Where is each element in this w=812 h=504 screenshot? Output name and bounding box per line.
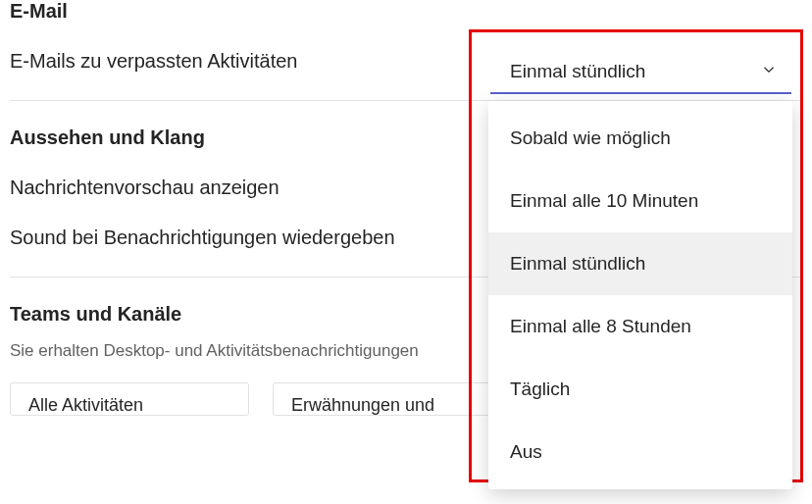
chevron-down-icon <box>760 61 778 83</box>
card-all-activities[interactable]: Alle Aktivitäten <box>10 382 249 416</box>
email-frequency-select[interactable]: Einmal stündlich <box>490 51 791 94</box>
email-frequency-menu: Sobald wie möglichEinmal alle 10 Minuten… <box>488 101 792 489</box>
email-frequency-option[interactable]: Einmal stündlich <box>488 232 792 295</box>
message-preview-label: Nachrichtenvorschau anzeigen <box>10 176 279 199</box>
email-frequency-option[interactable]: Aus <box>488 421 792 483</box>
email-heading: E-Mail <box>10 0 802 23</box>
email-frequency-option[interactable]: Einmal alle 8 Stunden <box>488 295 792 358</box>
email-frequency-option[interactable]: Täglich <box>488 358 792 421</box>
missed-activity-label: E-Mails zu verpassten Aktivitäten <box>10 50 297 73</box>
email-frequency-selected-value: Einmal stündlich <box>510 61 645 82</box>
email-frequency-option[interactable]: Sobald wie möglich <box>488 107 792 170</box>
email-frequency-option[interactable]: Einmal alle 10 Minuten <box>488 170 792 232</box>
sound-label: Sound bei Benachrichtigungen wiedergeben <box>10 227 395 249</box>
